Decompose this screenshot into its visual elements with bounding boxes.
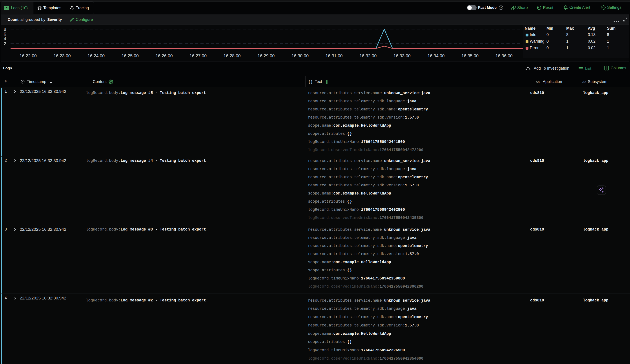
- svg-text:6: 6: [4, 32, 6, 36]
- svg-text:16:34:00: 16:34:00: [428, 53, 445, 58]
- svg-text:16:27:00: 16:27:00: [190, 53, 207, 58]
- svg-text:16:26:00: 16:26:00: [156, 53, 173, 58]
- svg-text:16:32:00: 16:32:00: [360, 53, 376, 58]
- svg-text:2: 2: [4, 41, 6, 46]
- svg-text:16:31:00: 16:31:00: [326, 53, 343, 58]
- svg-text:16:35:00: 16:35:00: [462, 53, 478, 58]
- svg-text:16:28:00: 16:28:00: [224, 53, 241, 58]
- svg-text:16:24:00: 16:24:00: [88, 53, 105, 58]
- svg-text:16:22:00: 16:22:00: [20, 53, 37, 58]
- svg-text:16:23:00: 16:23:00: [54, 53, 71, 58]
- svg-text:16:36:00: 16:36:00: [496, 53, 512, 58]
- svg-text:?: ?: [500, 6, 502, 9]
- svg-text:4: 4: [4, 36, 6, 41]
- svg-text:8: 8: [4, 27, 6, 32]
- svg-text:16:25:00: 16:25:00: [122, 53, 139, 58]
- svg-text:16:30:00: 16:30:00: [292, 53, 309, 58]
- svg-text:16:33:00: 16:33:00: [394, 53, 410, 58]
- svg-text:16:29:00: 16:29:00: [258, 53, 275, 58]
